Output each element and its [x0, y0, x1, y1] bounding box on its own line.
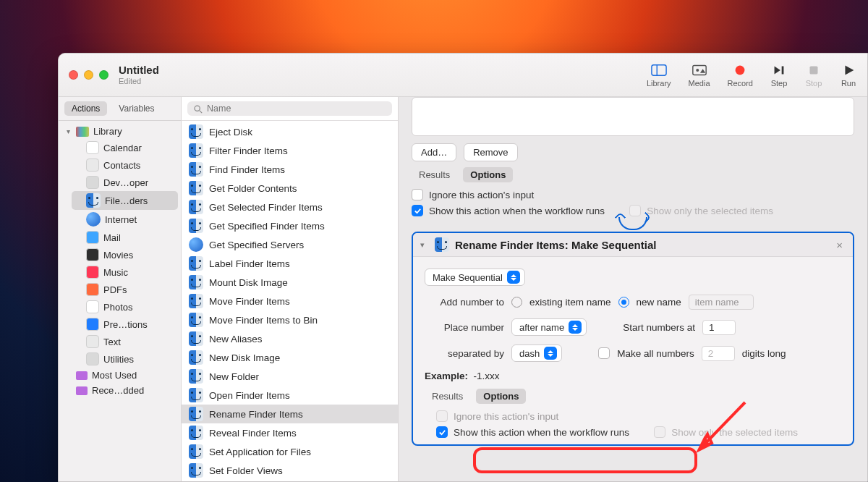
finder-icon: [189, 294, 203, 308]
sidebar-smart-folder[interactable]: Most Used: [61, 368, 178, 383]
action-list-item-label: Set Folder Views: [209, 465, 283, 476]
place-select[interactable]: after name: [511, 318, 587, 336]
toolbar-media-button[interactable]: Media: [689, 63, 710, 88]
mode-select[interactable]: Make Sequential: [425, 269, 525, 286]
sidebar-item[interactable]: Text: [72, 333, 178, 350]
sidebar-item[interactable]: Pre…tions: [72, 316, 178, 333]
sidebar-item-label: Contacts: [103, 160, 140, 171]
opt-show-lower[interactable]: Show this action when the workflow runs …: [423, 424, 843, 440]
action-list-item[interactable]: New Disk Image: [182, 348, 398, 367]
record-icon: [731, 63, 749, 77]
sidebar-item[interactable]: File…ders: [72, 191, 178, 210]
toolbar-step-button[interactable]: Step: [770, 63, 788, 88]
sidebar-item-label: Most Used: [92, 370, 137, 381]
search-icon: [193, 104, 203, 114]
sidebar-item[interactable]: Photos: [72, 298, 178, 316]
library-root[interactable]: ▾ Library: [61, 124, 178, 139]
sidebar-item[interactable]: Calendar: [72, 139, 178, 156]
media-icon: [691, 63, 708, 77]
action-header[interactable]: ▾ Rename Finder Items: Make Sequential ×: [413, 233, 853, 257]
action-list-item[interactable]: Move Finder Items to Bin: [182, 310, 398, 329]
sidebar-smart-folder[interactable]: Rece…dded: [61, 383, 178, 398]
toolbar-run-button[interactable]: Run: [840, 63, 857, 88]
segment-actions[interactable]: Actions: [64, 101, 107, 116]
sep-select[interactable]: dash: [511, 344, 562, 362]
sidebar-item[interactable]: Internet: [72, 210, 178, 229]
svg-rect-6: [810, 66, 818, 74]
action-list-item[interactable]: New Aliases: [182, 329, 398, 348]
action-list-item[interactable]: Open Finder Items: [182, 386, 398, 405]
search-field[interactable]: [187, 101, 392, 116]
action-list-item[interactable]: Set Spotlight C…for Finder Items: [182, 480, 398, 481]
tab-options-lower[interactable]: Options: [476, 389, 526, 404]
action-list-item[interactable]: Filter Finder Items: [182, 141, 398, 160]
itemname-input[interactable]: item name: [689, 295, 754, 310]
action-list-item[interactable]: Get Specified Servers: [182, 235, 398, 254]
sidebar-item[interactable]: Utilities: [72, 350, 178, 368]
segment-variables[interactable]: Variables: [111, 101, 161, 116]
remove-button[interactable]: Remove: [464, 143, 517, 161]
checkbox-empty-icon[interactable]: [412, 189, 423, 200]
sidebar-item-label: Calendar: [103, 143, 142, 153]
start-input[interactable]: 1: [702, 320, 736, 335]
toolbar-library-button[interactable]: Library: [647, 63, 671, 88]
minimize-window-button[interactable]: [84, 70, 93, 80]
action-list-item[interactable]: Rename Finder Items: [182, 405, 398, 423]
svg-line-8: [200, 110, 202, 112]
library-tree[interactable]: ▾ Library CalendarContactsDev…operFile…d…: [59, 121, 181, 401]
window-subtitle: Edited: [119, 77, 159, 85]
toolbar-run-label: Run: [841, 79, 856, 88]
opt-show-upper[interactable]: Show this action when the workflow runs …: [399, 203, 867, 219]
action-list-item[interactable]: Get Selected Finder Items: [182, 198, 398, 216]
action-list-item[interactable]: Move Finder Items: [182, 292, 398, 310]
action-list-item-label: Eject Disk: [209, 127, 252, 138]
add-button[interactable]: Add…: [412, 143, 456, 161]
sidebar-item[interactable]: Music: [72, 263, 178, 281]
radio-newname[interactable]: [618, 297, 629, 308]
sidebar-item[interactable]: Contacts: [72, 156, 178, 174]
action-list-item[interactable]: New Folder: [182, 367, 398, 386]
zoom-window-button[interactable]: [99, 70, 109, 80]
action-list-item[interactable]: Get Folder Contents: [182, 179, 398, 198]
toolbar-record-button[interactable]: Record: [728, 63, 753, 88]
close-window-button[interactable]: [69, 70, 78, 80]
sep-select-value: dash: [519, 348, 540, 359]
actions-list[interactable]: Eject DiskFilter Finder ItemsFind Finder…: [182, 121, 398, 481]
action-list-item-label: Get Selected Finder Items: [209, 202, 323, 213]
checkbox-checked-icon[interactable]: [436, 426, 448, 438]
action-list-item[interactable]: Eject Disk: [182, 122, 398, 141]
sidebar-item[interactable]: Movies: [72, 246, 178, 263]
finder-icon: [189, 444, 203, 459]
sidebar-item[interactable]: PDFs: [72, 281, 178, 298]
app-icon: [86, 352, 99, 365]
action-list-item[interactable]: Get Specified Finder Items: [182, 216, 398, 235]
app-icon: [86, 248, 99, 261]
globe-icon: [86, 212, 101, 227]
close-action-button[interactable]: ×: [833, 239, 846, 251]
tab-options-upper[interactable]: Options: [463, 167, 513, 182]
action-list-item[interactable]: Reveal Finder Items: [182, 423, 398, 442]
action-list-item[interactable]: Mount Disk Image: [182, 273, 398, 292]
toolbar-step-label: Step: [771, 79, 788, 88]
digits-input[interactable]: 2: [702, 346, 735, 361]
radio-existing[interactable]: [511, 297, 522, 308]
checkbox-checked-icon[interactable]: [412, 205, 423, 216]
svg-rect-2: [692, 65, 705, 75]
sidebar-item[interactable]: Mail: [72, 229, 178, 246]
action-list-item[interactable]: Label Finder Items: [182, 254, 398, 273]
app-icon: [86, 158, 99, 172]
action-list-item[interactable]: Find Finder Items: [182, 160, 398, 179]
tab-results-lower[interactable]: Results: [425, 389, 470, 404]
opt-ignore-upper[interactable]: Ignore this action's input: [399, 187, 867, 203]
finder-icon: [189, 256, 203, 271]
sidebar-item[interactable]: Dev…oper: [72, 174, 178, 191]
tab-results-upper[interactable]: Results: [412, 167, 457, 182]
finder-icon: [189, 200, 203, 214]
search-input[interactable]: [207, 103, 386, 114]
makeall-checkbox[interactable]: [598, 347, 610, 359]
action-list-item[interactable]: Set Application for Files: [182, 442, 398, 461]
action-list-item-label: Set Application for Files: [209, 447, 311, 457]
place-select-value: after name: [519, 322, 564, 333]
segment-bar: Actions Variables: [59, 97, 181, 121]
action-list-item[interactable]: Set Folder Views: [182, 461, 398, 480]
